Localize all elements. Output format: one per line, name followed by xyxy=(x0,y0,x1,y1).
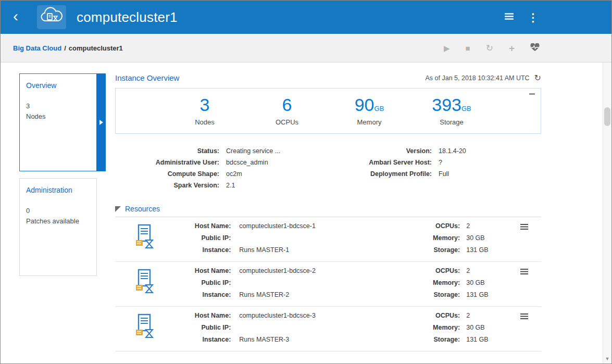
app-header: ‹ computecluster1 ⋮ xyxy=(1,1,611,34)
instance-value: Runs MASTER-1 xyxy=(239,246,289,254)
storage-label: Storage: xyxy=(403,336,460,344)
status-value: Creating service ... xyxy=(226,147,280,155)
administration-card-title: Administration xyxy=(26,186,90,194)
spark-version-value: 2.1 xyxy=(226,182,235,189)
metric-ocpus: 6 OCPUs xyxy=(246,96,328,126)
health-check-icon[interactable] xyxy=(530,43,540,53)
row-menu-icon[interactable] xyxy=(520,268,529,303)
vertical-scrollbar[interactable]: ▼ xyxy=(603,62,611,363)
host-name-value: computecluster1-bdcsce-3 xyxy=(239,312,316,320)
service-logo-tile xyxy=(37,5,66,29)
scrollbar-thumb[interactable] xyxy=(604,107,610,126)
restart-icon[interactable]: ↻ xyxy=(486,44,493,53)
row-menu-icon[interactable] xyxy=(520,223,529,258)
memory-value: 30 GB xyxy=(466,279,484,287)
collapse-icon[interactable] xyxy=(529,93,535,95)
storage-value: 393 xyxy=(432,95,461,115)
jobs-menu-icon[interactable] xyxy=(504,12,514,22)
ocpus-label: OCPUs: xyxy=(403,222,460,230)
server-provisioning-icon xyxy=(135,269,156,303)
nodes-value: 3 xyxy=(200,95,210,115)
ocpus-label: OCPUs xyxy=(246,118,328,126)
storage-value: 131 GB xyxy=(466,291,488,299)
memory-label: Memory: xyxy=(403,324,460,332)
memory-value: 90 xyxy=(355,95,374,115)
storage-label: Storage xyxy=(410,118,493,126)
instance-label: Instance: xyxy=(175,336,231,344)
compute-shape-label: Compute Shape: xyxy=(115,170,219,178)
storage-value: 131 GB xyxy=(466,246,488,254)
nodes-label: Nodes xyxy=(164,118,246,126)
ocpus-label: OCPUs: xyxy=(403,312,460,320)
memory-value: 30 GB xyxy=(466,324,484,332)
deployment-profile-value: Full xyxy=(439,170,449,178)
stop-icon[interactable]: ■ xyxy=(466,44,470,52)
ocpus-value: 2 xyxy=(466,267,470,275)
as-of-timestamp: As of Jan 5, 2018 10:32:41 AM UTC xyxy=(425,74,529,82)
ocpus-value: 6 xyxy=(282,95,292,115)
app-window: ‹ computecluster1 ⋮ xyxy=(0,0,612,364)
page-title: computecluster1 xyxy=(77,9,178,26)
ambari-host-label: Ambari Server Host: xyxy=(334,159,432,166)
version-value: 18.1.4-20 xyxy=(439,147,466,155)
memory-unit: GB xyxy=(374,105,384,112)
breadcrumb-bar: Big Data Cloud / computecluster1 ▶ ■ ↻ + xyxy=(1,34,611,62)
host-name-value: computecluster1-bdcsce-1 xyxy=(239,222,316,230)
ambari-host-value: ? xyxy=(439,159,442,166)
main-content: Instance Overview As of Jan 5, 2018 10:3… xyxy=(115,73,541,352)
storage-label: Storage: xyxy=(403,291,460,299)
public-ip-label: Public IP: xyxy=(175,324,231,332)
section-title: Instance Overview xyxy=(115,73,179,82)
host-name-value: computecluster1-bdcsce-2 xyxy=(239,267,316,275)
resource-row: Host Name:computecluster1-bdcsce-1 Publi… xyxy=(115,217,541,262)
breadcrumb-separator: / xyxy=(64,44,66,52)
host-name-label: Host Name: xyxy=(175,312,231,320)
deployment-profile-label: Deployment Profile: xyxy=(334,170,432,178)
resources-header: Resources xyxy=(115,205,541,217)
sidebar-card-overview[interactable]: Overview 3 Nodes xyxy=(19,73,97,171)
overview-card-label: Nodes xyxy=(26,112,90,120)
breadcrumb-current: computecluster1 xyxy=(69,44,123,52)
cloud-compute-icon xyxy=(40,7,64,28)
host-name-label: Host Name: xyxy=(175,222,231,230)
metric-memory: 90GB Memory xyxy=(328,96,410,126)
resources-title: Resources xyxy=(125,205,160,213)
collapse-triangle-icon[interactable] xyxy=(115,206,121,212)
instance-label: Instance: xyxy=(175,291,231,299)
back-button[interactable]: ‹ xyxy=(1,8,31,26)
selected-card-arrow[interactable] xyxy=(97,73,106,171)
instance-details: Status:Creating service ... Administrati… xyxy=(115,147,541,193)
spark-version-label: Spark Version: xyxy=(115,182,219,189)
kebab-menu-icon[interactable]: ⋮ xyxy=(528,12,539,23)
overview-card-title: Overview xyxy=(26,81,90,90)
refresh-icon[interactable]: ↻ xyxy=(534,74,541,82)
scroll-down-arrow-icon[interactable]: ▼ xyxy=(603,356,611,361)
ocpus-label: OCPUs: xyxy=(403,267,460,275)
instance-label: Instance: xyxy=(175,246,231,254)
add-icon[interactable]: + xyxy=(509,43,515,53)
instance-value: Runs MASTER-2 xyxy=(239,291,289,299)
storage-label: Storage: xyxy=(403,246,460,254)
overview-card-count: 3 xyxy=(26,102,90,110)
instance-toolbar: ▶ ■ ↻ + xyxy=(444,43,540,53)
admin-user-value: bdcsce_admin xyxy=(226,159,268,166)
admin-user-label: Administrative User: xyxy=(115,159,219,166)
metrics-summary-box: 3 Nodes 6 OCPUs 90GB Memory 393GB Storag… xyxy=(115,88,541,134)
memory-label: Memory: xyxy=(403,234,460,242)
metric-nodes: 3 Nodes xyxy=(164,96,246,126)
administration-card-label: Patches available xyxy=(26,217,90,225)
public-ip-label: Public IP: xyxy=(175,234,231,242)
row-menu-icon[interactable] xyxy=(520,313,529,348)
memory-value: 30 GB xyxy=(466,234,484,242)
start-icon[interactable]: ▶ xyxy=(444,44,450,52)
breadcrumb-root-link[interactable]: Big Data Cloud xyxy=(13,44,61,52)
sidebar-card-administration[interactable]: Administration 0 Patches available xyxy=(19,178,97,276)
metric-storage: 393GB Storage xyxy=(410,96,493,126)
compute-shape-value: oc2m xyxy=(226,170,242,178)
host-name-label: Host Name: xyxy=(175,267,231,275)
ocpus-value: 2 xyxy=(466,222,470,230)
server-provisioning-icon xyxy=(135,313,156,348)
resource-row: Host Name:computecluster1-bdcsce-3 Publi… xyxy=(115,307,541,352)
version-label: Version: xyxy=(334,147,432,155)
public-ip-label: Public IP: xyxy=(175,279,231,287)
